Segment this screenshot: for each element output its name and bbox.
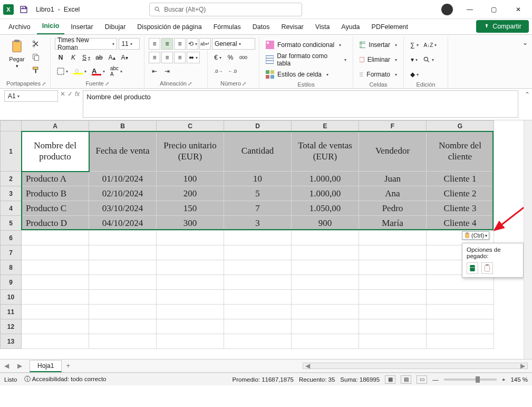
cell-B13[interactable]: [89, 334, 157, 349]
row-header-4[interactable]: 4: [1, 201, 22, 216]
column-header-F[interactable]: F: [359, 121, 427, 131]
cell-E11[interactable]: [292, 305, 359, 319]
sheet-tab-active[interactable]: Hoja1: [30, 360, 62, 372]
cell-F7[interactable]: [359, 245, 427, 260]
cell-E5[interactable]: 900: [292, 216, 359, 231]
cell-B1[interactable]: Fecha de venta: [89, 131, 157, 172]
menu-vista[interactable]: Vista: [310, 20, 335, 34]
font-name-select[interactable]: Times New Roman: [55, 38, 117, 50]
cell-E13[interactable]: [292, 334, 359, 349]
cell-A8[interactable]: [22, 260, 89, 275]
align-left-button[interactable]: ≡: [149, 52, 160, 63]
cell-B7[interactable]: [89, 245, 157, 260]
cell-E12[interactable]: [292, 319, 359, 334]
cell-G4[interactable]: Cliente 3: [427, 201, 494, 216]
minimize-button[interactable]: —: [462, 2, 477, 17]
select-all-corner[interactable]: [1, 121, 22, 131]
tab-nav-prev[interactable]: ◀: [0, 362, 13, 370]
cell-D7[interactable]: [224, 245, 292, 260]
column-header-C[interactable]: C: [157, 121, 224, 131]
cell-C1[interactable]: Precio unitario (EUR): [157, 131, 224, 172]
number-dialog-launcher[interactable]: ⤢: [242, 81, 246, 87]
view-pagebreak-button[interactable]: ▭: [417, 375, 427, 384]
share-button[interactable]: Compartir: [476, 20, 529, 33]
cell-A11[interactable]: [22, 305, 89, 319]
cell-D8[interactable]: [224, 260, 292, 275]
phonetic-button[interactable]: abcA: [108, 65, 124, 77]
merge-center-button[interactable]: ⬌: [187, 52, 200, 63]
paste-button[interactable]: Pegar ▾: [6, 38, 27, 79]
cell-D11[interactable]: [224, 305, 292, 319]
cell-E2[interactable]: 1.000,00: [292, 172, 359, 186]
cell-A3[interactable]: Producto B: [22, 186, 89, 201]
cell-B10[interactable]: [89, 290, 157, 305]
cell-E10[interactable]: [292, 290, 359, 305]
decrease-indent-button[interactable]: ⇤: [149, 65, 160, 77]
row-header-8[interactable]: 8: [1, 260, 22, 275]
name-box[interactable]: A1: [4, 90, 58, 102]
font-size-select[interactable]: 11: [119, 38, 140, 50]
cell-C3[interactable]: 200: [157, 186, 224, 201]
cell-E4[interactable]: 1.050,00: [292, 201, 359, 216]
cell-A5[interactable]: Producto D: [22, 216, 89, 231]
fx-icon[interactable]: fx: [75, 90, 80, 98]
cell-G11[interactable]: [427, 305, 494, 319]
sort-filter-button[interactable]: A↓Z: [422, 39, 439, 51]
column-header-B[interactable]: B: [89, 121, 157, 131]
cell-F3[interactable]: Ana: [359, 186, 427, 201]
find-select-button[interactable]: [421, 54, 436, 65]
row-header-2[interactable]: 2: [1, 172, 22, 186]
view-normal-button[interactable]: ▦: [385, 375, 395, 384]
cell-C4[interactable]: 150: [157, 201, 224, 216]
decrease-decimal-button[interactable]: ←.0: [226, 65, 239, 77]
cell-styles-button[interactable]: Estilos de celda: [264, 69, 349, 80]
row-header-7[interactable]: 7: [1, 245, 22, 260]
cell-B3[interactable]: 02/10/2024: [89, 186, 157, 201]
number-format-select[interactable]: General: [212, 38, 255, 50]
cell-C5[interactable]: 300: [157, 216, 224, 231]
cell-G2[interactable]: Cliente 1: [427, 172, 494, 186]
cell-B12[interactable]: [89, 319, 157, 334]
delete-cells-button[interactable]: Eliminar: [357, 54, 399, 65]
shrink-font-button[interactable]: A▾: [119, 52, 130, 63]
cell-B8[interactable]: [89, 260, 157, 275]
grow-font-button[interactable]: A▴: [106, 52, 118, 63]
menu-ayuda[interactable]: Ayuda: [336, 20, 365, 34]
orientation-button[interactable]: ⟲: [187, 38, 198, 50]
menu-archivo[interactable]: Archivo: [3, 20, 36, 34]
row-header-6[interactable]: 6: [1, 231, 22, 245]
autosum-button[interactable]: ∑: [408, 39, 421, 51]
cell-D13[interactable]: [224, 334, 292, 349]
cell-A6[interactable]: [22, 231, 89, 245]
cell-B5[interactable]: 04/10/2024: [89, 216, 157, 231]
cell-C2[interactable]: 100: [157, 172, 224, 186]
percent-button[interactable]: %: [225, 52, 236, 63]
row-header-3[interactable]: 3: [1, 186, 22, 201]
view-pagelayout-button[interactable]: ▤: [401, 375, 411, 384]
increase-indent-button[interactable]: ⇥: [161, 65, 173, 77]
cell-E8[interactable]: [292, 260, 359, 275]
cell-A2[interactable]: Producto A: [22, 172, 89, 186]
row-header-1[interactable]: 1: [1, 131, 22, 172]
cell-C6[interactable]: [157, 231, 224, 245]
ribbon-collapse-button[interactable]: ⌄: [520, 37, 530, 88]
menu-disposición-de-página[interactable]: Disposición de página: [132, 20, 207, 34]
zoom-out-button[interactable]: —: [432, 376, 439, 383]
column-header-D[interactable]: D: [224, 121, 292, 131]
insert-cells-button[interactable]: Insertar: [357, 39, 399, 51]
cell-G1[interactable]: Nombre del cliente: [427, 131, 494, 172]
cell-D4[interactable]: 7: [224, 201, 292, 216]
copy-button[interactable]: [30, 51, 42, 63]
cell-F8[interactable]: [359, 260, 427, 275]
align-top-button[interactable]: ≡: [149, 38, 160, 50]
cell-E1[interactable]: Total de ventas (EUR): [292, 131, 359, 172]
cell-C12[interactable]: [157, 319, 224, 334]
fill-color-button[interactable]: [71, 65, 89, 77]
cell-G3[interactable]: Cliente 2: [427, 186, 494, 201]
menu-pdfelement[interactable]: PDFelement: [366, 20, 413, 34]
cell-F4[interactable]: Pedro: [359, 201, 427, 216]
format-cells-button[interactable]: Formato: [357, 69, 399, 80]
cut-button[interactable]: [30, 38, 42, 50]
cell-F12[interactable]: [359, 319, 427, 334]
cell-C9[interactable]: [157, 275, 224, 290]
